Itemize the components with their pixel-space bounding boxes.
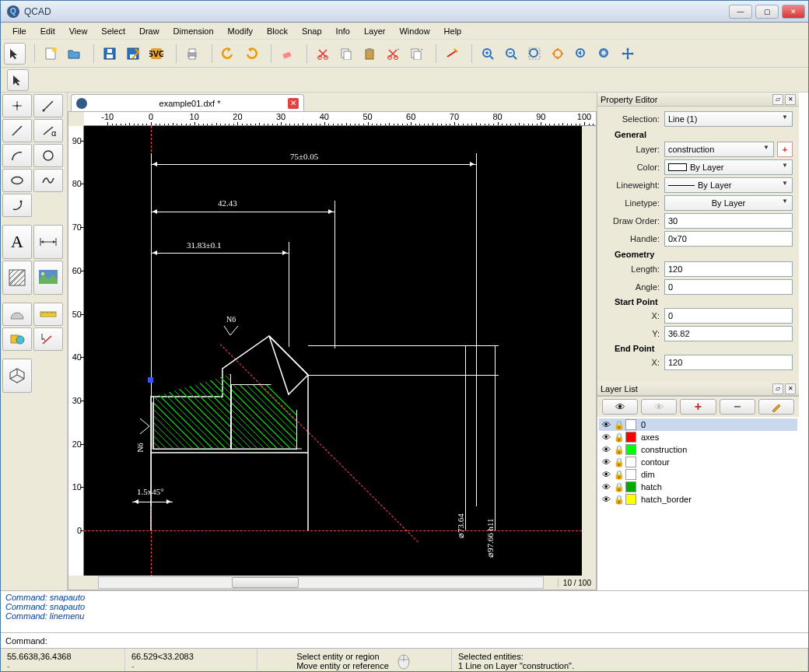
- layer-list-close[interactable]: ✕: [785, 383, 796, 394]
- layer-item[interactable]: 👁🔒contour: [599, 456, 797, 468]
- document-tab[interactable]: example01.dxf * ✕: [71, 94, 304, 111]
- point-tool[interactable]: [2, 94, 32, 117]
- line-tool-2pt[interactable]: [33, 94, 63, 117]
- layer-visibility-icon[interactable]: 👁: [602, 495, 614, 504]
- layer-edit-button[interactable]: [758, 399, 794, 415]
- layer-visibility-icon[interactable]: 👁: [602, 445, 614, 454]
- zoom-out-button[interactable]: [500, 43, 522, 65]
- select-tool-button[interactable]: [4, 43, 26, 65]
- handle-input[interactable]: [664, 231, 793, 247]
- redo-button[interactable]: [240, 43, 262, 65]
- layer-lock-icon[interactable]: 🔒: [614, 420, 625, 430]
- menu-edit[interactable]: Edit: [33, 25, 62, 37]
- maximize-button[interactable]: ▢: [755, 5, 779, 19]
- undo-button[interactable]: [217, 43, 239, 65]
- layer-item[interactable]: 👁🔒hatch: [599, 481, 797, 493]
- export-svg-button[interactable]: SVG: [145, 43, 167, 65]
- length-input[interactable]: [664, 261, 793, 277]
- shapes-tool[interactable]: [2, 327, 32, 351]
- menu-draw[interactable]: Draw: [132, 25, 166, 37]
- isometric-tool[interactable]: [2, 359, 32, 393]
- edit-node-tool[interactable]: [33, 327, 63, 351]
- layer-add-button[interactable]: +: [680, 399, 716, 415]
- lineweight-dropdown[interactable]: By Layer: [664, 177, 793, 193]
- circle-tool[interactable]: [33, 144, 63, 167]
- linetype-dropdown[interactable]: By Layer: [664, 195, 793, 211]
- menu-dimension[interactable]: Dimension: [166, 25, 221, 37]
- color-dropdown[interactable]: By Layer: [664, 159, 793, 175]
- polyline-tool[interactable]: [2, 194, 32, 217]
- layer-visibility-icon[interactable]: 👁: [602, 420, 614, 429]
- layer-visibility-icon[interactable]: 👁: [602, 470, 614, 479]
- draworder-input[interactable]: [664, 213, 793, 229]
- spline-tool[interactable]: [33, 169, 63, 192]
- pointer-tool-button[interactable]: [7, 69, 29, 91]
- zoom-window-button[interactable]: [594, 43, 615, 65]
- property-editor-close[interactable]: ✕: [785, 94, 796, 105]
- pan-button[interactable]: [617, 43, 639, 65]
- edit-polyline-button[interactable]: [441, 43, 463, 65]
- image-tool[interactable]: [33, 261, 63, 295]
- hatch-tool[interactable]: [2, 261, 32, 295]
- layer-remove-button[interactable]: −: [720, 399, 755, 415]
- layer-lock-icon[interactable]: 🔒: [614, 432, 625, 443]
- save-as-button[interactable]: [122, 43, 144, 65]
- line-tool[interactable]: [2, 119, 32, 142]
- drawing-canvas[interactable]: 75±0.05 42.43 31.83±0.1 1.5x45° N6 N6: [84, 126, 582, 576]
- document-tab-close[interactable]: ✕: [288, 98, 299, 109]
- horizontal-scrollbar[interactable]: [98, 576, 544, 589]
- dimension-tool[interactable]: [33, 225, 63, 259]
- menu-view[interactable]: View: [62, 25, 95, 37]
- zoom-in-button[interactable]: [477, 43, 499, 65]
- start-y-input[interactable]: [664, 326, 793, 341]
- copy-ref-button[interactable]: +: [405, 43, 427, 65]
- menu-block[interactable]: Block: [260, 25, 295, 37]
- layer-lock-icon[interactable]: 🔒: [614, 457, 625, 467]
- scale-tool[interactable]: [33, 303, 63, 326]
- arc-tool[interactable]: [2, 144, 32, 167]
- layer-lock-icon[interactable]: 🔒: [614, 482, 625, 492]
- layer-item[interactable]: 👁🔒dim: [599, 468, 797, 481]
- cut-button[interactable]: [312, 43, 334, 65]
- line-angle-tool[interactable]: α: [33, 119, 63, 142]
- command-input[interactable]: [51, 636, 804, 646]
- erase-button[interactable]: [276, 43, 298, 65]
- menu-layer[interactable]: Layer: [357, 25, 393, 37]
- selected-endpoint[interactable]: [148, 377, 153, 383]
- end-x-input[interactable]: [664, 355, 793, 370]
- layer-visibility-icon[interactable]: 👁: [602, 482, 614, 492]
- print-button[interactable]: [181, 43, 203, 65]
- angle-input[interactable]: [664, 279, 793, 295]
- layer-visibility-icon[interactable]: 👁: [602, 457, 614, 467]
- layer-lock-icon[interactable]: 🔒: [614, 445, 625, 455]
- property-editor-undock[interactable]: ▱: [772, 94, 783, 105]
- layer-hide-all-button[interactable]: 👁: [641, 399, 677, 415]
- layer-lock-icon[interactable]: 🔒: [614, 470, 625, 480]
- copy-button[interactable]: [335, 43, 357, 65]
- zoom-selection-button[interactable]: [547, 43, 569, 65]
- menu-modify[interactable]: Modify: [221, 25, 260, 37]
- save-button[interactable]: [99, 43, 121, 65]
- text-tool[interactable]: A: [2, 225, 32, 259]
- layer-list[interactable]: 👁🔒0👁🔒axes👁🔒construction👁🔒contour👁🔒dim👁🔒h…: [597, 417, 799, 590]
- minimize-button[interactable]: —: [729, 5, 752, 19]
- menu-snap[interactable]: Snap: [295, 25, 329, 37]
- menu-help[interactable]: Help: [437, 25, 469, 37]
- layer-dropdown[interactable]: construction: [664, 142, 774, 157]
- layer-item[interactable]: 👁🔒construction: [599, 443, 797, 456]
- open-file-button[interactable]: [63, 43, 85, 65]
- layer-item[interactable]: 👁🔒hatch_border: [599, 493, 797, 506]
- layer-list-undock[interactable]: ▱: [772, 383, 783, 394]
- layer-show-all-button[interactable]: 👁: [602, 399, 638, 415]
- close-button[interactable]: ✕: [782, 5, 805, 19]
- menu-window[interactable]: Window: [392, 25, 436, 37]
- zoom-auto-button[interactable]: [524, 43, 545, 65]
- layer-lock-icon[interactable]: 🔒: [614, 495, 625, 505]
- start-x-input[interactable]: [664, 308, 793, 324]
- add-layer-button[interactable]: +: [777, 142, 793, 157]
- new-file-button[interactable]: [40, 43, 61, 65]
- menu-file[interactable]: File: [5, 25, 33, 37]
- menu-select[interactable]: Select: [94, 25, 132, 37]
- selection-dropdown[interactable]: Line (1): [664, 111, 793, 127]
- paste-button[interactable]: [359, 43, 380, 65]
